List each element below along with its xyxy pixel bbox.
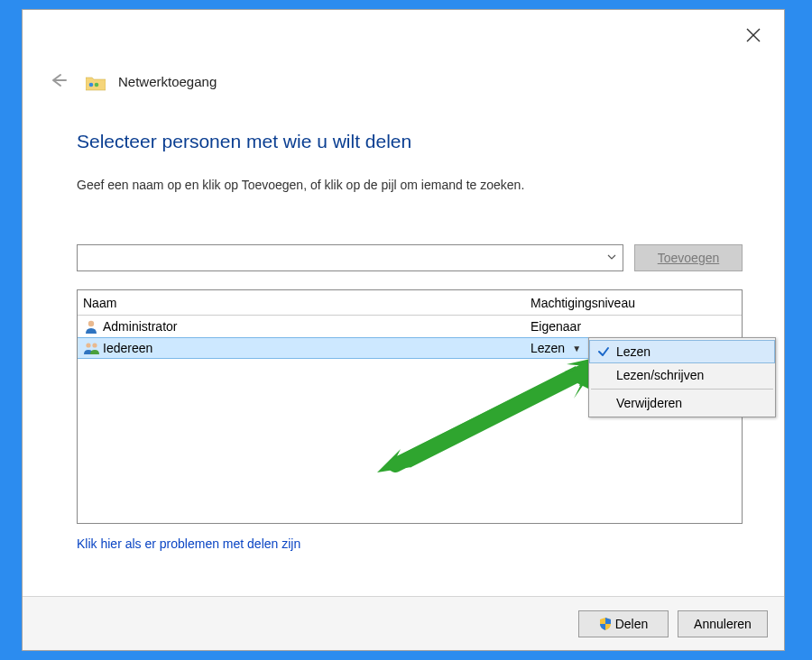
menu-item-readwrite[interactable]: Lezen/schrijven [589, 363, 775, 387]
shield-icon [599, 618, 612, 630]
folder-people-icon [86, 75, 104, 89]
permission-menu: Lezen Lezen/schrijven Verwijderen [588, 337, 776, 417]
annotation-arrow-icon [377, 355, 612, 475]
share-button[interactable]: Delen [578, 610, 669, 637]
cancel-button-label: Annuleren [694, 617, 752, 631]
row-perm: Lezen [531, 341, 565, 355]
svg-point-3 [95, 82, 99, 87]
cancel-button[interactable]: Annuleren [678, 610, 768, 637]
name-input[interactable] [77, 244, 623, 271]
users-table: Naam Machtigingsniveau Administrator Eig… [77, 289, 743, 524]
chevron-down-icon[interactable]: ▼ [572, 344, 581, 353]
table-row[interactable]: Administrator Eigenaar [78, 316, 742, 337]
menu-item-label: Lezen [616, 344, 651, 359]
footer-bar: Delen Annuleren [23, 596, 784, 650]
chevron-down-icon[interactable] [606, 251, 617, 265]
svg-point-2 [89, 82, 94, 87]
page-heading: Selecteer personen met wie u wilt delen [77, 131, 743, 152]
window-title: Netwerktoegang [118, 74, 217, 89]
user-icon [83, 318, 99, 335]
row-perm: Eigenaar [531, 319, 581, 334]
header-row: Netwerktoegang [46, 69, 217, 94]
menu-separator [591, 389, 773, 390]
troubleshoot-link[interactable]: Klik hier als er problemen met delen zij… [77, 536, 300, 551]
svg-marker-7 [377, 355, 606, 472]
menu-item-label: Lezen/schrijven [616, 368, 704, 382]
col-header-perm[interactable]: Machtigingsniveau [527, 296, 742, 310]
group-icon [83, 340, 99, 356]
check-icon [597, 345, 610, 361]
add-user-row: Toevoegen [77, 244, 743, 271]
network-access-window: Netwerktoegang Selecteer personen met wi… [22, 9, 785, 651]
menu-item-remove[interactable]: Verwijderen [589, 391, 775, 415]
col-header-name[interactable]: Naam [78, 296, 527, 310]
table-header: Naam Machtigingsniveau [78, 290, 742, 316]
close-button[interactable] [739, 24, 768, 50]
page-subtext: Geef een naam op en klik op Toevoegen, o… [77, 178, 743, 192]
add-button: Toevoegen [634, 244, 743, 271]
menu-item-read[interactable]: Lezen [589, 340, 775, 363]
svg-point-5 [86, 343, 90, 347]
menu-item-label: Verwijderen [616, 396, 682, 410]
row-name: Iedereen [103, 341, 152, 355]
svg-point-4 [88, 321, 94, 326]
back-button[interactable] [46, 69, 71, 94]
add-button-label: Toevoegen [658, 251, 720, 265]
svg-point-6 [92, 343, 97, 347]
row-name: Administrator [103, 319, 177, 334]
share-button-label: Delen [615, 617, 649, 631]
content-area: Selecteer personen met wie u wilt delen … [77, 131, 743, 551]
